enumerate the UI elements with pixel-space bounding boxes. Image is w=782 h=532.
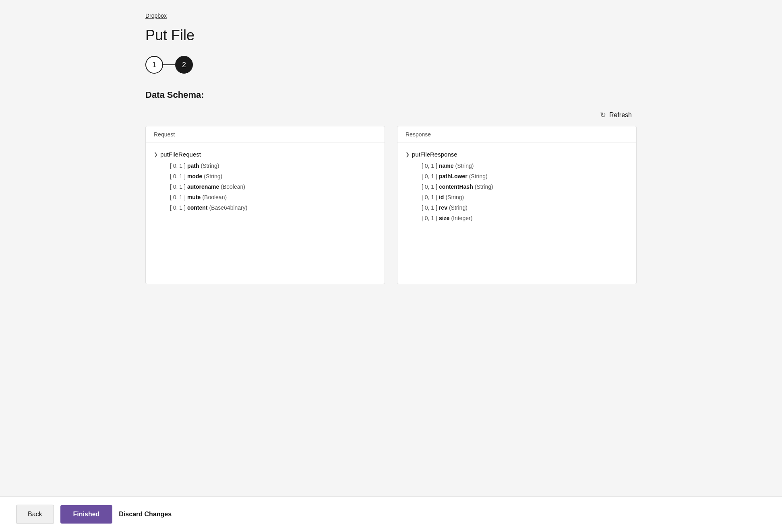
refresh-icon: ↻ <box>600 111 606 120</box>
field-name: contentHash <box>439 184 473 190</box>
step-indicator: 1 2 <box>145 56 637 74</box>
field-type: (String) <box>204 173 222 179</box>
field-name: id <box>439 194 444 200</box>
field-cardinality: [ 0, 1 ] <box>422 204 437 211</box>
field-name: mode <box>187 173 202 179</box>
field-type: (Base64binary) <box>209 204 247 211</box>
request-fields: [ 0, 1 ] path (String) [ 0, 1 ] mode (St… <box>154 163 377 211</box>
response-root: ❯ putFileResponse <box>405 151 628 158</box>
field-type: (Integer) <box>451 215 472 221</box>
step-connector <box>163 64 175 65</box>
request-field-autorename: [ 0, 1 ] autorename (Boolean) <box>170 184 377 190</box>
response-field-pathLower: [ 0, 1 ] pathLower (String) <box>422 173 628 179</box>
response-fields: [ 0, 1 ] name (String) [ 0, 1 ] pathLowe… <box>405 163 628 221</box>
field-cardinality: [ 0, 1 ] <box>170 194 186 200</box>
field-name: size <box>439 215 449 221</box>
response-field-rev: [ 0, 1 ] rev (String) <box>422 204 628 211</box>
field-name: content <box>187 204 208 211</box>
field-type: (Boolean) <box>202 194 227 200</box>
request-field-content: [ 0, 1 ] content (Base64binary) <box>170 204 377 211</box>
response-root-name: putFileResponse <box>412 151 457 158</box>
field-cardinality: [ 0, 1 ] <box>422 194 437 200</box>
field-name: path <box>187 163 199 169</box>
field-type: (String) <box>469 173 488 179</box>
field-name: rev <box>439 204 447 211</box>
request-field-path: [ 0, 1 ] path (String) <box>170 163 377 169</box>
back-button[interactable]: Back <box>16 505 54 524</box>
schema-grid: Request ❯ putFileRequest [ 0, 1 ] path (… <box>145 126 637 284</box>
request-root: ❯ putFileRequest <box>154 151 377 158</box>
response-field-size: [ 0, 1 ] size (Integer) <box>422 215 628 221</box>
field-name: autorename <box>187 184 219 190</box>
request-panel-header: Request <box>146 126 385 143</box>
field-type: (Boolean) <box>221 184 245 190</box>
response-panel-body: ❯ putFileResponse [ 0, 1 ] name (String)… <box>397 143 636 284</box>
finished-button[interactable]: Finished <box>60 505 113 524</box>
page-title: Put File <box>145 27 637 44</box>
field-type: (String) <box>201 163 219 169</box>
field-cardinality: [ 0, 1 ] <box>422 215 437 221</box>
field-cardinality: [ 0, 1 ] <box>170 184 186 190</box>
refresh-row: ↻ Refresh <box>145 108 637 122</box>
breadcrumb-link[interactable]: Dropbox <box>145 12 167 19</box>
refresh-button[interactable]: ↻ Refresh <box>595 108 637 122</box>
page-container: Dropbox Put File 1 2 Data Schema: ↻ Refr… <box>129 0 653 332</box>
field-name: mute <box>187 194 201 200</box>
discard-changes-button[interactable]: Discard Changes <box>119 505 172 524</box>
field-type: (String) <box>455 163 474 169</box>
response-field-id: [ 0, 1 ] id (String) <box>422 194 628 200</box>
response-chevron-icon[interactable]: ❯ <box>405 152 410 157</box>
field-cardinality: [ 0, 1 ] <box>170 173 186 179</box>
field-cardinality: [ 0, 1 ] <box>422 184 437 190</box>
step-2-circle: 2 <box>175 56 193 74</box>
response-field-name: [ 0, 1 ] name (String) <box>422 163 628 169</box>
section-title: Data Schema: <box>145 90 637 100</box>
field-name: pathLower <box>439 173 468 179</box>
field-cardinality: [ 0, 1 ] <box>422 173 437 179</box>
refresh-label: Refresh <box>609 111 632 119</box>
field-cardinality: [ 0, 1 ] <box>170 204 186 211</box>
request-panel-body: ❯ putFileRequest [ 0, 1 ] path (String) … <box>146 143 385 284</box>
response-panel-header: Response <box>397 126 636 143</box>
step-1-circle: 1 <box>145 56 163 74</box>
field-cardinality: [ 0, 1 ] <box>422 163 437 169</box>
request-field-mute: [ 0, 1 ] mute (Boolean) <box>170 194 377 200</box>
request-field-mode: [ 0, 1 ] mode (String) <box>170 173 377 179</box>
request-root-name: putFileRequest <box>160 151 201 158</box>
field-type: (String) <box>475 184 493 190</box>
field-name: name <box>439 163 454 169</box>
response-panel: Response ❯ putFileResponse [ 0, 1 ] name… <box>397 126 637 284</box>
request-panel: Request ❯ putFileRequest [ 0, 1 ] path (… <box>145 126 385 284</box>
request-chevron-icon[interactable]: ❯ <box>154 152 158 157</box>
footer: Back Finished Discard Changes <box>0 496 782 532</box>
field-type: (String) <box>449 204 468 211</box>
field-cardinality: [ 0, 1 ] <box>170 163 186 169</box>
response-field-contentHash: [ 0, 1 ] contentHash (String) <box>422 184 628 190</box>
field-type: (String) <box>445 194 464 200</box>
